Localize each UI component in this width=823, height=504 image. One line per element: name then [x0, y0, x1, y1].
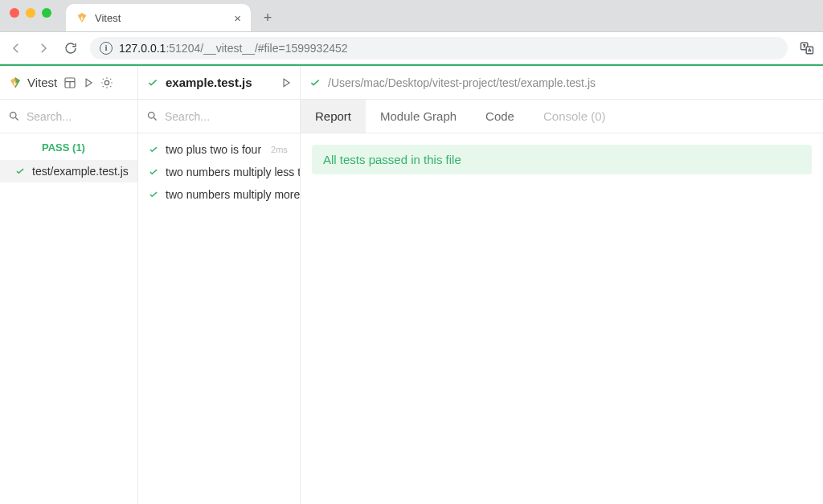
- pass-count-badge: PASS (1): [0, 133, 137, 160]
- back-button[interactable]: [8, 41, 24, 55]
- tab-console[interactable]: Console (0): [529, 100, 620, 133]
- sidebar-search-input[interactable]: [27, 110, 129, 123]
- forward-button[interactable]: [35, 41, 51, 55]
- reload-button[interactable]: [63, 41, 79, 55]
- browser-tab-title: Vitest: [95, 12, 227, 24]
- test-item[interactable]: two plus two is four 2ms: [138, 138, 300, 161]
- all-tests-passed-banner: All tests passed in this file: [312, 145, 812, 174]
- main-tabs: Report Module Graph Code Console (0): [301, 100, 823, 133]
- translate-icon[interactable]: [799, 40, 815, 56]
- test-name: two numbers multiply more than ten: [166, 188, 300, 201]
- site-info-icon[interactable]: i: [100, 42, 113, 55]
- tab-report[interactable]: Report: [301, 100, 366, 133]
- check-icon: [148, 166, 159, 178]
- test-name: two plus two is four: [166, 143, 261, 156]
- test-item[interactable]: two numbers multiply more than ten: [138, 183, 300, 206]
- check-icon: [146, 76, 159, 89]
- test-name: two numbers multiply less than ten: [166, 166, 300, 178]
- vitest-logo-icon: [8, 76, 23, 90]
- url-input[interactable]: i 127.0.0.1:51204/__vitest__/#file=15999…: [90, 37, 788, 59]
- test-duration: 2ms: [271, 145, 288, 154]
- theme-toggle-icon[interactable]: [100, 76, 113, 89]
- window-traffic-lights: [10, 0, 51, 28]
- test-item[interactable]: two numbers multiply less than ten: [138, 161, 300, 183]
- test-search-input[interactable]: [165, 110, 292, 123]
- check-icon: [14, 166, 26, 177]
- svg-point-4: [10, 113, 17, 119]
- sidebar-brand: Vitest: [8, 76, 57, 90]
- current-file-name: example.test.js: [166, 76, 252, 89]
- file-path: /Users/mac/Desktop/vitest-project/test/e…: [328, 76, 596, 89]
- run-file-icon[interactable]: [280, 77, 292, 88]
- tab-code[interactable]: Code: [471, 100, 529, 133]
- url-host: 127.0.0.1: [119, 42, 166, 55]
- close-icon[interactable]: ×: [234, 12, 241, 24]
- main-toolbar: /Users/mac/Desktop/vitest-project/test/e…: [301, 66, 823, 100]
- report-body: All tests passed in this file: [301, 133, 823, 186]
- search-icon: [146, 110, 158, 122]
- window-maximize-dot[interactable]: [42, 8, 51, 18]
- window-minimize-dot[interactable]: [26, 8, 35, 18]
- test-search: [138, 100, 300, 133]
- file-name: test/example.test.js: [32, 165, 129, 178]
- tab-module-graph[interactable]: Module Graph: [366, 100, 471, 133]
- sidebar: Vitest PASS (1) test/example.test.js: [0, 66, 138, 504]
- check-icon: [148, 144, 159, 155]
- browser-address-bar: i 127.0.0.1:51204/__vitest__/#file=15999…: [0, 32, 823, 64]
- file-list-item[interactable]: test/example.test.js: [0, 160, 137, 182]
- sidebar-search: [0, 100, 137, 133]
- url-path: :51204/__vitest__/#file=1599932452: [166, 42, 347, 55]
- svg-point-3: [105, 80, 109, 84]
- svg-point-5: [149, 113, 155, 119]
- test-list: two plus two is four 2ms two numbers mul…: [138, 133, 300, 206]
- dashboard-icon[interactable]: [63, 76, 76, 89]
- run-all-icon[interactable]: [83, 77, 94, 88]
- new-tab-button[interactable]: +: [256, 6, 280, 30]
- main-panel: /Users/mac/Desktop/vitest-project/test/e…: [301, 66, 823, 504]
- browser-tab-bar: Vitest × +: [0, 0, 823, 32]
- test-panel: example.test.js two plus two is four 2ms…: [138, 66, 301, 504]
- browser-tab-active[interactable]: Vitest ×: [66, 4, 251, 31]
- test-panel-toolbar: example.test.js: [138, 66, 300, 100]
- check-icon: [148, 189, 159, 200]
- window-close-dot[interactable]: [10, 8, 19, 18]
- vitest-logo-icon: [76, 11, 88, 24]
- check-icon: [309, 76, 321, 89]
- search-icon: [8, 110, 20, 122]
- sidebar-toolbar: Vitest: [0, 66, 137, 100]
- sidebar-brand-label: Vitest: [27, 76, 57, 89]
